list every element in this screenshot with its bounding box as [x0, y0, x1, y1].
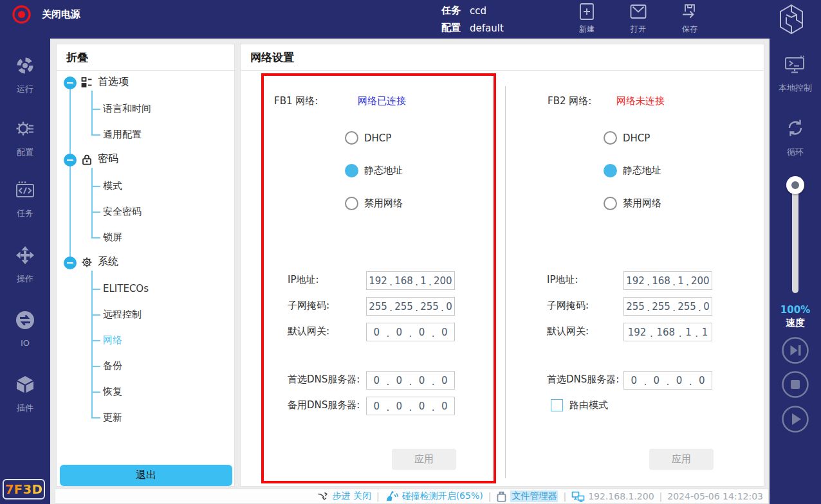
step-status[interactable]: 步进 关闭 — [317, 491, 371, 502]
open-button[interactable]: 打开 — [622, 3, 654, 35]
separator: | — [563, 491, 566, 501]
ip-segment: 0 — [419, 401, 425, 412]
fb2-gateway-input[interactable]: 192.168.1.1 — [623, 323, 712, 341]
ip-segment: 200 — [434, 275, 452, 287]
fb2-router-mode-checkbox-row[interactable]: 路由模式 — [551, 399, 608, 411]
ip-dot: . — [643, 376, 647, 388]
tree-item-lock-screen[interactable]: 锁屏 — [103, 231, 122, 244]
ip-segment: 192 — [626, 275, 645, 287]
collision-status[interactable]: 碰撞检测开启(65%) — [385, 491, 483, 502]
fb1-dns2-input[interactable]: 0.0.0.0 — [366, 397, 455, 415]
tree-item-language-time[interactable]: 语言和时间 — [103, 103, 151, 115]
power-icon — [12, 4, 32, 24]
fb1-dns1-input[interactable]: 0.0.0.0 — [366, 371, 455, 390]
tree-item-elitecos[interactable]: ELITECOs — [103, 283, 149, 294]
fb1-radio-static[interactable]: 静态地址 — [345, 164, 403, 177]
save-icon — [681, 3, 699, 21]
exit-button[interactable]: 退出 — [60, 465, 232, 486]
radio-circle-icon[interactable] — [604, 164, 617, 177]
speed-slider-track[interactable] — [792, 185, 798, 293]
tree-item-backup[interactable]: 备份 — [103, 360, 122, 372]
fb2-radio-dhcp[interactable]: DHCP — [604, 131, 650, 145]
speed-label: 速度 — [770, 316, 821, 329]
fb2-radio-static[interactable]: 静态地址 — [604, 164, 661, 177]
fb1-apply-button[interactable]: 应用 — [392, 449, 456, 470]
fb2-gateway-label: 默认网关: — [547, 325, 589, 338]
fb2-dns1-input[interactable]: 0.0.0.0 — [623, 371, 712, 390]
task-label: 任务 — [441, 4, 461, 17]
tree-item-network[interactable]: 网络 — [103, 334, 122, 346]
tree-tick-line — [91, 417, 100, 419]
file-manager-label[interactable]: 文件管理器 — [510, 491, 558, 502]
network-settings-panel: 网络设置 FB1 网络: 网络已连接 DHCP 静态地址 禁用网络 IP地址: … — [240, 44, 764, 487]
checkbox-icon[interactable] — [551, 399, 563, 411]
power-label: 关闭电源 — [42, 8, 80, 21]
sidebar-item-plugin[interactable]: 插件 — [0, 375, 50, 414]
sidebar-item-io[interactable]: IO — [0, 310, 50, 348]
radio-circle-icon[interactable] — [345, 131, 358, 145]
fb2-mask-input[interactable]: 255.255.255.0 — [623, 297, 712, 316]
ip-dot: . — [441, 302, 444, 314]
tree-item-system[interactable]: 系统 — [81, 255, 118, 269]
ip-address: 192.168.1.200 — [588, 491, 654, 501]
tree-item-password-label: 密码 — [98, 152, 118, 166]
ip-segment: 0 — [373, 375, 380, 386]
tree-item-mode[interactable]: 模式 — [103, 180, 122, 192]
ip-segment: 255 — [652, 301, 670, 312]
fb2-radio-disable[interactable]: 禁用网络 — [604, 197, 661, 210]
ip-segment: 0 — [699, 375, 705, 386]
sidebar-item-operate[interactable]: 操作 — [0, 246, 50, 285]
tree-item-safety-password[interactable]: 安全密码 — [103, 206, 142, 218]
fb1-mask-input[interactable]: 255.255.255.0 — [366, 297, 455, 316]
datetime: 2024-05-06 14:12:03 — [667, 491, 763, 501]
ip-segment: 200 — [691, 275, 710, 287]
local-control-icon — [784, 55, 806, 74]
power-button[interactable]: 关闭电源 — [12, 4, 80, 24]
tree-item-password[interactable]: 密码 — [81, 152, 118, 166]
save-button[interactable]: 保存 — [674, 3, 706, 35]
sidebar-item-task[interactable]: 任务 — [0, 180, 50, 219]
tree-branch-line — [91, 271, 93, 418]
radio-circle-icon[interactable] — [604, 197, 617, 210]
ip-dot: . — [415, 276, 418, 288]
play-button[interactable] — [782, 406, 809, 433]
tree-tick-line — [91, 340, 100, 341]
local-control-button[interactable]: 本地控制 — [770, 55, 821, 94]
sidebar-item-run[interactable]: 运行 — [0, 56, 50, 95]
ip-segment: 1 — [678, 275, 684, 287]
sidebar-item-run-label: 运行 — [0, 84, 50, 95]
ip-segment: 1 — [420, 275, 427, 287]
security-code-badge: 7F3D — [3, 479, 45, 500]
fb1-radio-dhcp[interactable]: DHCP — [345, 131, 391, 145]
fb1-radio-disable[interactable]: 禁用网络 — [345, 197, 403, 210]
sidebar-item-config[interactable]: 配置 — [0, 119, 50, 158]
tree-collapse-node-password[interactable] — [64, 154, 77, 166]
radio-circle-icon[interactable] — [345, 197, 358, 210]
ip-dot: . — [672, 276, 676, 288]
fb1-gateway-input[interactable]: 0.0.0.0 — [366, 323, 455, 341]
tree-collapse-node-system[interactable] — [64, 256, 77, 269]
fb2-ip-input[interactable]: 192.168.1.200 — [623, 271, 712, 290]
tree-item-update[interactable]: 更新 — [103, 411, 122, 424]
step-next-button[interactable] — [782, 337, 809, 364]
tree-item-remote-control[interactable]: 远程控制 — [103, 309, 142, 321]
tree-item-general-config[interactable]: 通用配置 — [103, 129, 142, 141]
radio-circle-icon[interactable] — [604, 131, 617, 145]
tree-item-restore[interactable]: 恢复 — [103, 386, 122, 398]
tree-collapse-node-preferences[interactable] — [64, 76, 77, 89]
speed-slider-knob[interactable] — [786, 176, 804, 194]
fb2-apply-button[interactable]: 应用 — [649, 449, 714, 470]
stop-button[interactable] — [782, 371, 809, 398]
tree-item-preferences[interactable]: 首选项 — [81, 75, 129, 89]
fb1-ip-input[interactable]: 192.168.1.200 — [366, 271, 455, 290]
task-code-icon — [15, 180, 35, 199]
ip-segment: 255 — [420, 301, 439, 312]
ip-dot: . — [432, 402, 435, 413]
fb2-radio-dhcp-label: DHCP — [623, 132, 650, 144]
tree-item-preferences-label: 首选项 — [98, 75, 129, 89]
fb2-ip-label: IP地址: — [547, 274, 578, 286]
radio-circle-icon[interactable] — [345, 164, 358, 177]
new-button[interactable]: 新建 — [571, 3, 603, 35]
file-manager[interactable]: 文件管理器 — [496, 491, 558, 503]
loop-button[interactable]: 循环 — [770, 118, 821, 158]
